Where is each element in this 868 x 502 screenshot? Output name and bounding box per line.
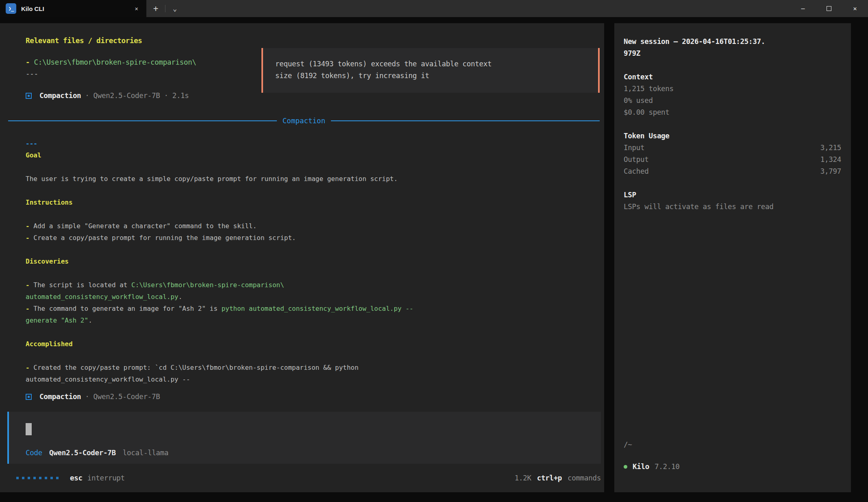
minimize-button[interactable]: – <box>790 0 816 17</box>
text-segment: - <box>26 222 33 230</box>
content-line: Accomplished <box>26 338 413 350</box>
prompt-input[interactable]: Code Qwen2.5-Coder-7B local-llama <box>7 412 601 464</box>
text-segment: The user is trying to create a simple co… <box>26 175 398 183</box>
maximize-button[interactable] <box>816 0 842 17</box>
separator-dot: · <box>85 393 89 401</box>
input-model-label[interactable]: Qwen2.5-Coder-7B <box>49 449 116 457</box>
content-line: automated_consistency_workflow_local.py … <box>26 373 413 385</box>
tab-dropdown-button[interactable]: ⌄ <box>165 0 184 17</box>
usage-label: Output <box>624 154 648 166</box>
activity-dot <box>50 477 53 479</box>
text-segment: generate "Ash 2" <box>26 316 88 324</box>
app-name: Kilo <box>633 461 649 473</box>
text-segment: Instructions <box>26 199 73 206</box>
content-line: --- <box>26 138 413 149</box>
usage-label: Cached <box>624 166 648 177</box>
activity-dot <box>33 477 36 479</box>
lsp-heading: LSP <box>624 189 841 201</box>
shortcut-hint: commands <box>568 474 601 482</box>
context-used: 0% used <box>624 95 841 107</box>
compaction-divider: Compaction <box>8 117 600 125</box>
content-line: generate "Ash 2". <box>26 314 413 326</box>
relevant-files-heading: Relevant files / directories <box>26 37 142 45</box>
separator-dot: · <box>164 92 168 100</box>
compaction-icon <box>26 394 32 400</box>
content-line: Instructions <box>26 196 413 208</box>
activity-dot <box>39 477 41 479</box>
token-usage-heading: Token Usage <box>624 130 841 142</box>
text-segment: Goal <box>26 151 41 159</box>
text-segment: Create a copy/paste prompt for running t… <box>33 234 296 242</box>
content-line: - The script is located at C:\Users\fbmo… <box>26 279 413 291</box>
text-segment: - <box>26 305 33 312</box>
token-count: 1.2K <box>515 474 531 482</box>
content-line: Goal <box>26 149 413 161</box>
text-segment: Add a simple "Generate a character" comm… <box>33 222 257 230</box>
content-line: - The command to generate an image for "… <box>26 303 413 314</box>
token-usage-row: Output 1,324 <box>624 154 841 166</box>
context-tokens: 1,215 tokens <box>624 83 841 95</box>
titlebar-drag-area <box>184 0 790 17</box>
new-tab-button[interactable]: + <box>146 0 165 17</box>
content-line: - Add a simple "Generate a character" co… <box>26 220 413 232</box>
context-spent: $0.00 spent <box>624 107 841 118</box>
mode-label[interactable]: Code <box>26 449 42 457</box>
path-separator: --- <box>26 70 38 78</box>
text-segment: - <box>26 234 33 242</box>
maximize-icon <box>827 6 831 11</box>
text-segment: Accomplished <box>26 340 73 348</box>
compaction-label: Compaction <box>39 393 81 401</box>
text-segment: automated_consistency_workflow_local.py … <box>26 375 190 383</box>
text-segment: - <box>26 364 33 371</box>
tab-close-icon[interactable]: ✕ <box>133 4 141 13</box>
compaction-status-row: Compaction · Qwen2.5-Coder-7B · 2.1s <box>26 92 189 100</box>
terminal-app-icon: ❯_ <box>6 3 16 14</box>
compaction-icon <box>26 93 32 99</box>
error-line: request (13493 tokens) exceeds the avail… <box>275 58 598 70</box>
text-segment: C:\Users\fbmor\broken-spire-comparison\ <box>131 281 284 289</box>
content-line: - Created the copy/paste prompt: `cd C:\… <box>26 362 413 373</box>
input-meta-row: Code Qwen2.5-Coder-7B local-llama <box>26 449 168 457</box>
usage-value: 3,215 <box>820 142 841 154</box>
activity-dot <box>56 477 59 479</box>
app-version-row: Kilo 7.2.10 <box>624 461 679 473</box>
compaction-status-row: Compaction · Qwen2.5-Coder-7B <box>26 393 160 401</box>
text-segment: python automated_consistency_workflow_lo… <box>222 305 413 312</box>
divider-rule <box>331 120 600 121</box>
text-segment: . <box>178 293 183 301</box>
content-line: - Create a copy/paste prompt for running… <box>26 232 413 244</box>
tab-title: Kilo CLI <box>21 5 128 12</box>
terminal-tab[interactable]: ❯_ Kilo CLI ✕ <box>0 0 146 17</box>
terminal-main-panel: Relevant files / directories - C:\Users\… <box>0 23 604 492</box>
session-sidebar: New session — 2026-04-16T01:25:37. 979Z … <box>614 23 851 492</box>
online-status-icon <box>624 465 627 469</box>
esc-hint: interrupt <box>87 474 125 482</box>
activity-dot <box>22 477 24 479</box>
content-line: Discoveries <box>26 255 413 267</box>
titlebar: ❯_ Kilo CLI ✕ + ⌄ – ✕ <box>0 0 868 17</box>
profile-label: local-llama <box>123 449 169 457</box>
error-message-box: request (13493 tokens) exceeds the avail… <box>261 48 600 93</box>
duration: 2.1s <box>172 92 189 100</box>
token-usage-row: Input 3,215 <box>624 142 841 154</box>
token-usage-row: Cached 3,797 <box>624 166 841 177</box>
model-name: Qwen2.5-Coder-7B <box>94 393 160 401</box>
text-segment: --- <box>26 140 37 147</box>
usage-label: Input <box>624 142 644 154</box>
separator-dot: · <box>85 92 89 100</box>
activity-dot <box>28 477 30 479</box>
content-line <box>26 208 413 220</box>
text-segment: - <box>26 281 33 289</box>
content-line: The user is trying to create a simple co… <box>26 173 413 185</box>
text-segment: Created the copy/paste prompt: `cd C:\Us… <box>33 364 359 371</box>
close-window-button[interactable]: ✕ <box>842 0 868 17</box>
lsp-status: LSPs will activate as files are read <box>624 201 841 213</box>
content-line <box>26 326 413 338</box>
session-title: 979Z <box>624 48 841 59</box>
text-segment: automated_consistency_workflow_local.py <box>26 293 178 301</box>
activity-dots-icon <box>16 477 59 479</box>
text-segment: The command to generate an image for "As… <box>33 305 221 312</box>
context-heading: Context <box>624 71 841 83</box>
activity-dot <box>45 477 47 479</box>
content-line <box>26 350 413 362</box>
